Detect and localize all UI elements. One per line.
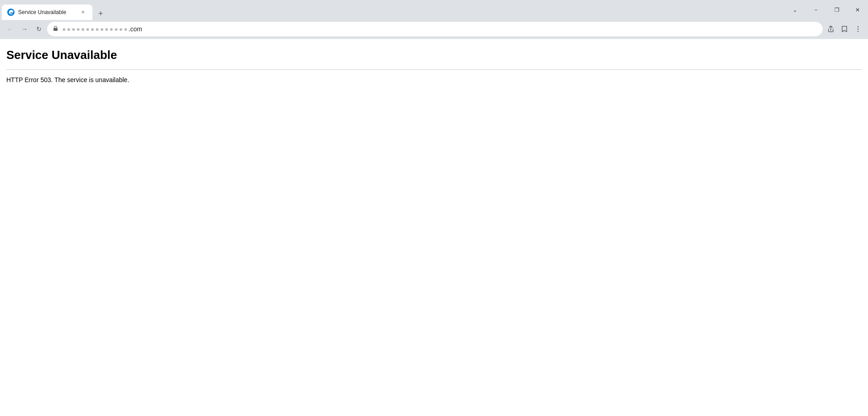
new-tab-button[interactable]: + — [94, 7, 107, 20]
menu-button[interactable] — [852, 23, 864, 35]
maximize-button[interactable]: ❐ — [826, 3, 847, 17]
svg-point-3 — [858, 29, 859, 30]
browser-chrome: Service Unavailable × + ⌄ − ❐ ✕ ← → ↻ — [0, 0, 868, 39]
lock-icon — [53, 25, 58, 33]
tab-list-button[interactable]: ⌄ — [785, 3, 805, 17]
forward-button[interactable]: → — [18, 23, 31, 35]
tab-bar: Service Unavailable × + ⌄ − ❐ ✕ — [0, 0, 868, 20]
bookmark-button[interactable] — [838, 23, 851, 35]
forward-icon: → — [21, 25, 28, 33]
svg-rect-1 — [53, 28, 58, 31]
tab-favicon — [7, 9, 15, 16]
error-body: HTTP Error 503. The service is unavailab… — [6, 76, 862, 83]
svg-point-2 — [858, 26, 859, 28]
page-content: Service Unavailable HTTP Error 503. The … — [0, 39, 868, 416]
close-button[interactable]: ✕ — [847, 3, 868, 17]
toolbar-icons — [824, 23, 864, 35]
active-tab[interactable]: Service Unavailable × — [2, 5, 92, 20]
url-blurred: ●●●●●●●●●●●●●● — [62, 25, 128, 33]
reload-button[interactable]: ↻ — [33, 23, 45, 35]
share-button[interactable] — [824, 23, 837, 35]
url-suffix: .com — [128, 25, 142, 33]
address-bar-row: ← → ↻ ●●●●●●●●●●●●●●.com — [0, 20, 868, 39]
svg-point-4 — [858, 31, 859, 32]
reload-icon: ↻ — [36, 25, 42, 33]
url-text: ●●●●●●●●●●●●●●.com — [62, 25, 817, 33]
tab-title: Service Unavailable — [18, 9, 75, 15]
error-divider — [6, 69, 862, 70]
back-icon: ← — [7, 25, 13, 33]
window-controls: ⌄ − ❐ ✕ — [785, 0, 868, 20]
address-bar[interactable]: ●●●●●●●●●●●●●●.com — [47, 22, 823, 36]
back-button[interactable]: ← — [4, 23, 16, 35]
tab-close-button[interactable]: × — [79, 8, 87, 16]
minimize-button[interactable]: − — [805, 3, 826, 17]
error-heading: Service Unavailable — [6, 48, 862, 62]
